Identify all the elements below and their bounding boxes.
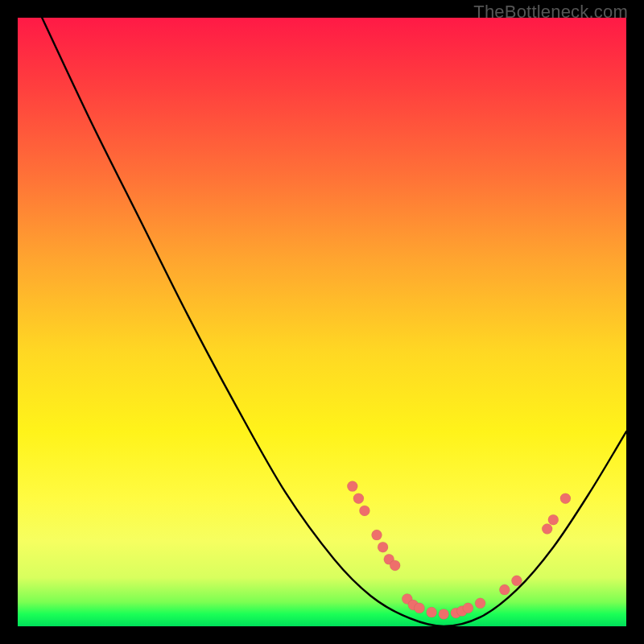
data-marker	[427, 607, 437, 617]
data-marker	[415, 603, 425, 613]
data-marker	[372, 530, 382, 540]
data-marker	[548, 514, 559, 525]
chart-plot-area	[18, 18, 626, 626]
data-marker	[542, 524, 552, 535]
data-marker	[390, 560, 400, 571]
data-marker	[511, 576, 522, 586]
data-marker	[347, 481, 357, 492]
marker-group	[347, 481, 571, 620]
data-marker	[560, 493, 571, 504]
data-marker	[359, 506, 369, 516]
data-marker	[378, 542, 388, 552]
bottleneck-curve-chart	[18, 18, 626, 626]
data-marker	[353, 493, 364, 504]
data-marker	[475, 598, 485, 609]
data-marker	[439, 609, 449, 619]
bottleneck-curve-line	[42, 18, 626, 626]
data-marker	[463, 603, 473, 613]
data-marker	[499, 584, 510, 595]
